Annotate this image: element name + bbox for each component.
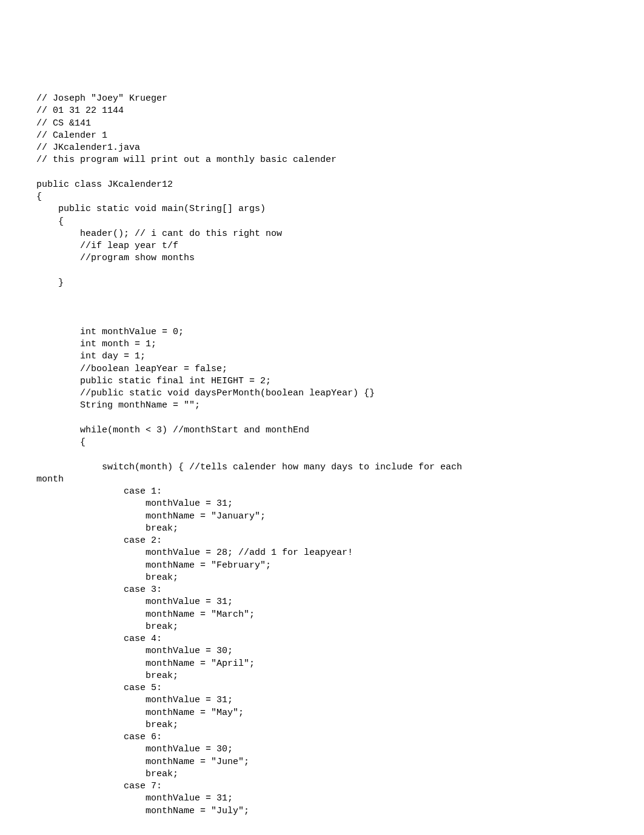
- code-block: // Joseph "Joey" Krueger // 01 31 22 114…: [36, 93, 608, 817]
